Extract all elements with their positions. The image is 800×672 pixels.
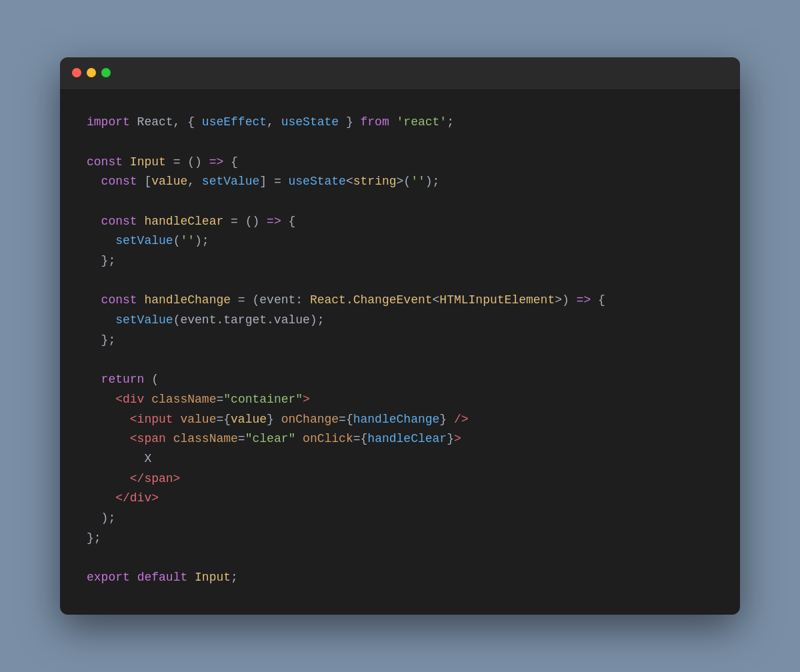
code-line-21: ); (87, 509, 713, 529)
code-line-3: const Input = () => { (87, 153, 713, 173)
close-button[interactable] (72, 68, 81, 77)
code-line-14: return ( (87, 370, 713, 390)
code-line-24: export default Input; (87, 568, 713, 588)
code-line-6: const handleClear = () => { (87, 212, 713, 232)
code-line-10: const handleChange = (event: React.Chang… (87, 291, 713, 311)
maximize-button[interactable] (101, 68, 111, 77)
code-line-17: <span className="clear" onClick={handleC… (87, 429, 713, 449)
code-content: import React, { useEffect, useState } fr… (60, 89, 740, 615)
code-line-20: </div> (87, 489, 713, 509)
code-line-2 (87, 133, 713, 153)
code-line-13 (87, 351, 713, 371)
code-line-9 (87, 271, 713, 291)
code-line-23 (87, 548, 713, 568)
code-line-22: }; (87, 529, 713, 549)
code-line-11: setValue(event.target.value); (87, 311, 713, 331)
code-line-12: }; (87, 331, 713, 351)
code-line-7: setValue(''); (87, 231, 713, 251)
code-line-8: }; (87, 251, 713, 271)
code-line-4: const [value, setValue] = useState<strin… (87, 172, 713, 192)
code-editor-window: import React, { useEffect, useState } fr… (60, 57, 740, 615)
title-bar (60, 57, 740, 89)
minimize-button[interactable] (87, 68, 96, 77)
code-line-1: import React, { useEffect, useState } fr… (87, 113, 713, 133)
code-line-5 (87, 192, 713, 212)
code-line-15: <div className="container"> (87, 390, 713, 410)
code-line-19: </span> (87, 469, 713, 489)
code-line-16: <input value={value} onChange={handleCha… (87, 410, 713, 430)
code-line-18: X (87, 449, 713, 469)
